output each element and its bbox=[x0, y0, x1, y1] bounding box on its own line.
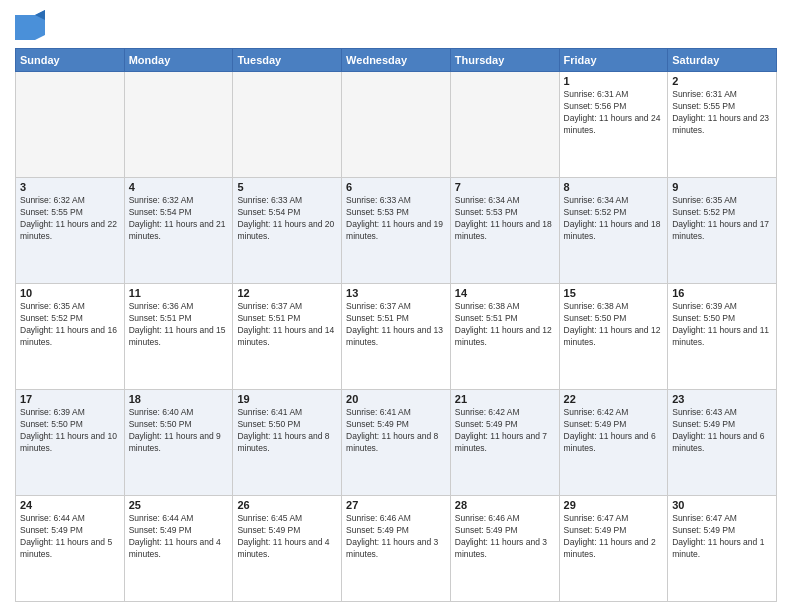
calendar-weekday-wednesday: Wednesday bbox=[342, 49, 451, 72]
calendar-week-3: 10Sunrise: 6:35 AM Sunset: 5:52 PM Dayli… bbox=[16, 284, 777, 390]
day-number: 28 bbox=[455, 499, 555, 511]
day-info: Sunrise: 6:33 AM Sunset: 5:54 PM Dayligh… bbox=[237, 195, 337, 243]
logo-icon bbox=[15, 10, 45, 40]
calendar-cell: 13Sunrise: 6:37 AM Sunset: 5:51 PM Dayli… bbox=[342, 284, 451, 390]
day-info: Sunrise: 6:47 AM Sunset: 5:49 PM Dayligh… bbox=[564, 513, 664, 561]
calendar-cell: 10Sunrise: 6:35 AM Sunset: 5:52 PM Dayli… bbox=[16, 284, 125, 390]
day-number: 14 bbox=[455, 287, 555, 299]
calendar-cell: 18Sunrise: 6:40 AM Sunset: 5:50 PM Dayli… bbox=[124, 390, 233, 496]
calendar-cell: 22Sunrise: 6:42 AM Sunset: 5:49 PM Dayli… bbox=[559, 390, 668, 496]
calendar-cell: 9Sunrise: 6:35 AM Sunset: 5:52 PM Daylig… bbox=[668, 178, 777, 284]
day-info: Sunrise: 6:38 AM Sunset: 5:51 PM Dayligh… bbox=[455, 301, 555, 349]
day-number: 7 bbox=[455, 181, 555, 193]
calendar-weekday-friday: Friday bbox=[559, 49, 668, 72]
day-number: 26 bbox=[237, 499, 337, 511]
calendar-cell: 24Sunrise: 6:44 AM Sunset: 5:49 PM Dayli… bbox=[16, 496, 125, 602]
calendar-cell bbox=[16, 72, 125, 178]
day-info: Sunrise: 6:39 AM Sunset: 5:50 PM Dayligh… bbox=[672, 301, 772, 349]
day-info: Sunrise: 6:31 AM Sunset: 5:56 PM Dayligh… bbox=[564, 89, 664, 137]
calendar-cell: 28Sunrise: 6:46 AM Sunset: 5:49 PM Dayli… bbox=[450, 496, 559, 602]
calendar-cell: 26Sunrise: 6:45 AM Sunset: 5:49 PM Dayli… bbox=[233, 496, 342, 602]
day-number: 16 bbox=[672, 287, 772, 299]
calendar-weekday-sunday: Sunday bbox=[16, 49, 125, 72]
day-number: 20 bbox=[346, 393, 446, 405]
day-number: 9 bbox=[672, 181, 772, 193]
day-number: 12 bbox=[237, 287, 337, 299]
day-info: Sunrise: 6:32 AM Sunset: 5:55 PM Dayligh… bbox=[20, 195, 120, 243]
calendar-cell bbox=[450, 72, 559, 178]
calendar-cell: 30Sunrise: 6:47 AM Sunset: 5:49 PM Dayli… bbox=[668, 496, 777, 602]
day-info: Sunrise: 6:43 AM Sunset: 5:49 PM Dayligh… bbox=[672, 407, 772, 455]
day-number: 15 bbox=[564, 287, 664, 299]
day-number: 13 bbox=[346, 287, 446, 299]
day-info: Sunrise: 6:38 AM Sunset: 5:50 PM Dayligh… bbox=[564, 301, 664, 349]
day-info: Sunrise: 6:36 AM Sunset: 5:51 PM Dayligh… bbox=[129, 301, 229, 349]
day-info: Sunrise: 6:47 AM Sunset: 5:49 PM Dayligh… bbox=[672, 513, 772, 561]
calendar-cell: 3Sunrise: 6:32 AM Sunset: 5:55 PM Daylig… bbox=[16, 178, 125, 284]
day-info: Sunrise: 6:46 AM Sunset: 5:49 PM Dayligh… bbox=[455, 513, 555, 561]
calendar-cell: 17Sunrise: 6:39 AM Sunset: 5:50 PM Dayli… bbox=[16, 390, 125, 496]
day-number: 18 bbox=[129, 393, 229, 405]
day-number: 21 bbox=[455, 393, 555, 405]
calendar-cell: 4Sunrise: 6:32 AM Sunset: 5:54 PM Daylig… bbox=[124, 178, 233, 284]
calendar-week-2: 3Sunrise: 6:32 AM Sunset: 5:55 PM Daylig… bbox=[16, 178, 777, 284]
calendar-cell: 1Sunrise: 6:31 AM Sunset: 5:56 PM Daylig… bbox=[559, 72, 668, 178]
calendar-cell: 21Sunrise: 6:42 AM Sunset: 5:49 PM Dayli… bbox=[450, 390, 559, 496]
calendar-cell: 19Sunrise: 6:41 AM Sunset: 5:50 PM Dayli… bbox=[233, 390, 342, 496]
day-number: 23 bbox=[672, 393, 772, 405]
day-number: 4 bbox=[129, 181, 229, 193]
day-number: 1 bbox=[564, 75, 664, 87]
day-number: 27 bbox=[346, 499, 446, 511]
day-number: 5 bbox=[237, 181, 337, 193]
calendar-cell: 23Sunrise: 6:43 AM Sunset: 5:49 PM Dayli… bbox=[668, 390, 777, 496]
day-info: Sunrise: 6:45 AM Sunset: 5:49 PM Dayligh… bbox=[237, 513, 337, 561]
calendar-weekday-monday: Monday bbox=[124, 49, 233, 72]
calendar-header-row: SundayMondayTuesdayWednesdayThursdayFrid… bbox=[16, 49, 777, 72]
calendar-cell bbox=[233, 72, 342, 178]
day-number: 19 bbox=[237, 393, 337, 405]
day-info: Sunrise: 6:44 AM Sunset: 5:49 PM Dayligh… bbox=[129, 513, 229, 561]
page: SundayMondayTuesdayWednesdayThursdayFrid… bbox=[0, 0, 792, 612]
calendar-cell: 2Sunrise: 6:31 AM Sunset: 5:55 PM Daylig… bbox=[668, 72, 777, 178]
calendar-table: SundayMondayTuesdayWednesdayThursdayFrid… bbox=[15, 48, 777, 602]
day-number: 6 bbox=[346, 181, 446, 193]
day-info: Sunrise: 6:34 AM Sunset: 5:52 PM Dayligh… bbox=[564, 195, 664, 243]
calendar-cell: 7Sunrise: 6:34 AM Sunset: 5:53 PM Daylig… bbox=[450, 178, 559, 284]
day-info: Sunrise: 6:41 AM Sunset: 5:49 PM Dayligh… bbox=[346, 407, 446, 455]
calendar-cell: 12Sunrise: 6:37 AM Sunset: 5:51 PM Dayli… bbox=[233, 284, 342, 390]
day-info: Sunrise: 6:42 AM Sunset: 5:49 PM Dayligh… bbox=[455, 407, 555, 455]
logo bbox=[15, 10, 49, 40]
day-number: 25 bbox=[129, 499, 229, 511]
day-number: 22 bbox=[564, 393, 664, 405]
calendar-cell: 16Sunrise: 6:39 AM Sunset: 5:50 PM Dayli… bbox=[668, 284, 777, 390]
day-info: Sunrise: 6:39 AM Sunset: 5:50 PM Dayligh… bbox=[20, 407, 120, 455]
calendar-weekday-thursday: Thursday bbox=[450, 49, 559, 72]
day-info: Sunrise: 6:42 AM Sunset: 5:49 PM Dayligh… bbox=[564, 407, 664, 455]
day-info: Sunrise: 6:41 AM Sunset: 5:50 PM Dayligh… bbox=[237, 407, 337, 455]
header bbox=[15, 10, 777, 40]
day-number: 10 bbox=[20, 287, 120, 299]
day-info: Sunrise: 6:34 AM Sunset: 5:53 PM Dayligh… bbox=[455, 195, 555, 243]
calendar-cell: 15Sunrise: 6:38 AM Sunset: 5:50 PM Dayli… bbox=[559, 284, 668, 390]
day-info: Sunrise: 6:35 AM Sunset: 5:52 PM Dayligh… bbox=[20, 301, 120, 349]
calendar-cell: 11Sunrise: 6:36 AM Sunset: 5:51 PM Dayli… bbox=[124, 284, 233, 390]
calendar-cell: 5Sunrise: 6:33 AM Sunset: 5:54 PM Daylig… bbox=[233, 178, 342, 284]
day-number: 2 bbox=[672, 75, 772, 87]
day-info: Sunrise: 6:40 AM Sunset: 5:50 PM Dayligh… bbox=[129, 407, 229, 455]
calendar-cell: 6Sunrise: 6:33 AM Sunset: 5:53 PM Daylig… bbox=[342, 178, 451, 284]
calendar-cell bbox=[124, 72, 233, 178]
day-info: Sunrise: 6:37 AM Sunset: 5:51 PM Dayligh… bbox=[346, 301, 446, 349]
calendar-cell: 27Sunrise: 6:46 AM Sunset: 5:49 PM Dayli… bbox=[342, 496, 451, 602]
day-number: 24 bbox=[20, 499, 120, 511]
day-info: Sunrise: 6:44 AM Sunset: 5:49 PM Dayligh… bbox=[20, 513, 120, 561]
calendar-week-4: 17Sunrise: 6:39 AM Sunset: 5:50 PM Dayli… bbox=[16, 390, 777, 496]
calendar-week-5: 24Sunrise: 6:44 AM Sunset: 5:49 PM Dayli… bbox=[16, 496, 777, 602]
calendar-weekday-tuesday: Tuesday bbox=[233, 49, 342, 72]
calendar-cell: 29Sunrise: 6:47 AM Sunset: 5:49 PM Dayli… bbox=[559, 496, 668, 602]
day-info: Sunrise: 6:46 AM Sunset: 5:49 PM Dayligh… bbox=[346, 513, 446, 561]
calendar-cell bbox=[342, 72, 451, 178]
calendar-cell: 25Sunrise: 6:44 AM Sunset: 5:49 PM Dayli… bbox=[124, 496, 233, 602]
day-number: 8 bbox=[564, 181, 664, 193]
day-number: 17 bbox=[20, 393, 120, 405]
calendar-cell: 14Sunrise: 6:38 AM Sunset: 5:51 PM Dayli… bbox=[450, 284, 559, 390]
